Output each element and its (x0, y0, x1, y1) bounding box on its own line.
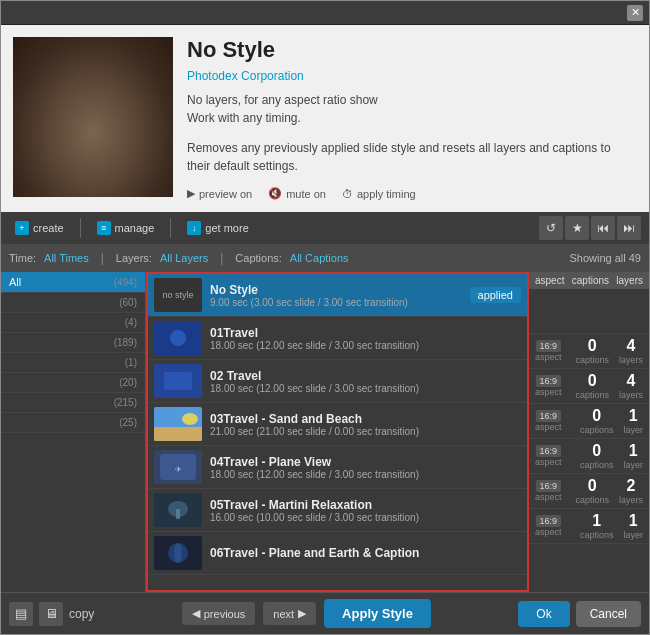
apply-style-button[interactable]: Apply Style (324, 599, 431, 628)
thumb-03travel (154, 407, 202, 441)
ok-button[interactable]: Ok (518, 601, 569, 627)
aspect-badge: 16:9 (536, 480, 562, 492)
left-item-6[interactable]: (20) (1, 373, 145, 393)
get-more-button[interactable]: ↓ get more (181, 219, 254, 237)
bottom-bar: ▤ 🖥 copy ◀ previous next ▶ Apply Style O… (1, 592, 649, 634)
titlebar: ✕ (1, 1, 649, 25)
right-item-1 (529, 289, 649, 334)
svg-rect-12 (176, 509, 180, 519)
style-item-info: 02 Travel 18.00 sec (12.00 sec slide / 3… (210, 369, 521, 394)
preview-controls: ▶ preview on 🔇 mute on ⏱ apply timing (187, 179, 637, 200)
play-icon: ▶ (187, 187, 195, 200)
style-item-info: No Style 9.00 sec (3.00 sec slide / 3.00… (210, 283, 462, 308)
preview-on-btn[interactable]: ▶ preview on (187, 187, 252, 200)
copy-label[interactable]: copy (69, 607, 94, 621)
left-item-2[interactable]: (60) (1, 293, 145, 313)
left-item-4[interactable]: (189) (1, 333, 145, 353)
right-panel: aspect captions layers 16:9 aspect 0 cap… (529, 272, 649, 592)
style-item-info: 05Travel - Martini Relaxation 16.00 sec … (210, 498, 521, 523)
manage-button[interactable]: ≡ manage (91, 219, 161, 237)
svg-rect-5 (154, 427, 202, 441)
style-item-04travel[interactable]: ✈ 04Travel - Plane View 18.00 sec (12.00… (148, 446, 527, 489)
left-item-7[interactable]: (215) (1, 393, 145, 413)
svg-point-1 (170, 330, 186, 346)
style-list: no style No Style 9.00 sec (3.00 sec sli… (146, 272, 529, 592)
bottom-center: ◀ previous next ▶ Apply Style (102, 599, 510, 628)
previous-button[interactable]: ◀ previous (182, 602, 256, 625)
style-title: No Style (187, 37, 637, 63)
mute-icon: 🔇 (268, 187, 282, 200)
aspect-badge: 16:9 (536, 515, 562, 527)
prev-nav-button[interactable]: ⏮ (591, 216, 615, 240)
style-item-info: 01Travel 18.00 sec (12.00 sec slide / 3.… (210, 326, 521, 351)
style-item-info: 03Travel - Sand and Beach 21.00 sec (21.… (210, 412, 521, 437)
right-item-4: 16:9 aspect 0 captions 1 layer (529, 404, 649, 439)
svg-point-6 (182, 413, 198, 425)
style-item-info: 06Travel - Plane and Earth & Caption (210, 546, 521, 560)
star-button[interactable]: ★ (565, 216, 589, 240)
time-label: Time: (9, 252, 36, 264)
toolbar: + create ≡ manage ↓ get more ↺ ★ ⏮ ⏭ (1, 212, 649, 244)
svg-point-15 (174, 543, 182, 563)
mute-btn[interactable]: 🔇 mute on (268, 187, 326, 200)
nav-icons: ↺ ★ ⏮ ⏭ (539, 216, 641, 240)
filmstrip-button[interactable]: ▤ (9, 602, 33, 626)
style-item-03travel[interactable]: 03Travel - Sand and Beach 21.00 sec (21.… (148, 403, 527, 446)
refresh-button[interactable]: ↺ (539, 216, 563, 240)
cancel-button[interactable]: Cancel (576, 601, 641, 627)
style-desc1: No layers, for any aspect ratio show Wor… (187, 91, 637, 127)
thumb-06travel (154, 536, 202, 570)
thumb-01travel (154, 321, 202, 355)
left-item-5[interactable]: (1) (1, 353, 145, 373)
left-item-3[interactable]: (4) (1, 313, 145, 333)
style-item-05travel[interactable]: 05Travel - Martini Relaxation 16.00 sec … (148, 489, 527, 532)
main-content: All (494) (60) (4) (189) (1) (20) (1, 272, 649, 592)
style-company: Photodex Corporation (187, 69, 637, 83)
bottom-right: Ok Cancel (518, 601, 641, 627)
showing-label: Showing all 49 (569, 252, 641, 264)
aspect-badge: 16:9 (536, 445, 562, 457)
toolbar-sep2 (170, 218, 171, 238)
no-style-thumb: no style (154, 278, 202, 312)
clock-icon: ⏱ (342, 188, 353, 200)
timing-btn[interactable]: ⏱ apply timing (342, 188, 416, 200)
monitor-button[interactable]: 🖥 (39, 602, 63, 626)
aspect-badge: 16:9 (536, 410, 562, 422)
next-nav-button[interactable]: ⏭ (617, 216, 641, 240)
left-item-8[interactable]: (25) (1, 413, 145, 433)
create-icon: + (15, 221, 29, 235)
left-panel: All (494) (60) (4) (189) (1) (20) (1, 272, 146, 592)
left-item-all[interactable]: All (494) (1, 272, 145, 293)
svg-rect-3 (164, 372, 192, 390)
close-button[interactable]: ✕ (627, 5, 643, 21)
top-section: No Style Photodex Corporation No layers,… (1, 25, 649, 212)
layers-filter[interactable]: All Layers (160, 252, 208, 264)
next-button[interactable]: next ▶ (263, 602, 316, 625)
right-item-3: 16:9 aspect 0 captions 4 layers (529, 369, 649, 404)
style-item-02travel[interactable]: 02 Travel 18.00 sec (12.00 sec slide / 3… (148, 360, 527, 403)
svg-text:✈: ✈ (175, 465, 182, 474)
download-icon: ↓ (187, 221, 201, 235)
preview-image (13, 37, 173, 197)
layers-label: Layers: (116, 252, 152, 264)
time-filter[interactable]: All Times (44, 252, 89, 264)
applied-badge: applied (470, 287, 521, 303)
style-item-01travel[interactable]: 01Travel 18.00 sec (12.00 sec slide / 3.… (148, 317, 527, 360)
right-panel-header: aspect captions layers (529, 272, 649, 289)
thumb-04travel: ✈ (154, 450, 202, 484)
aspect-badge: 16:9 (536, 375, 562, 387)
info-panel: No Style Photodex Corporation No layers,… (187, 37, 637, 200)
captions-filter[interactable]: All Captions (290, 252, 349, 264)
style-item-06travel[interactable]: 06Travel - Plane and Earth & Caption (148, 532, 527, 575)
style-note: Removes any previously applied slide sty… (187, 139, 637, 175)
thumb-02travel (154, 364, 202, 398)
toolbar-sep1 (80, 218, 81, 238)
create-button[interactable]: + create (9, 219, 70, 237)
captions-label: Captions: (235, 252, 281, 264)
aspect-badge: 16:9 (536, 340, 562, 352)
chevron-right-icon: ▶ (298, 607, 306, 620)
style-item-no-style[interactable]: no style No Style 9.00 sec (3.00 sec sli… (148, 274, 527, 317)
main-window: ✕ No Style Photodex Corporation No layer… (0, 0, 650, 635)
thumb-05travel (154, 493, 202, 527)
chevron-left-icon: ◀ (192, 607, 200, 620)
